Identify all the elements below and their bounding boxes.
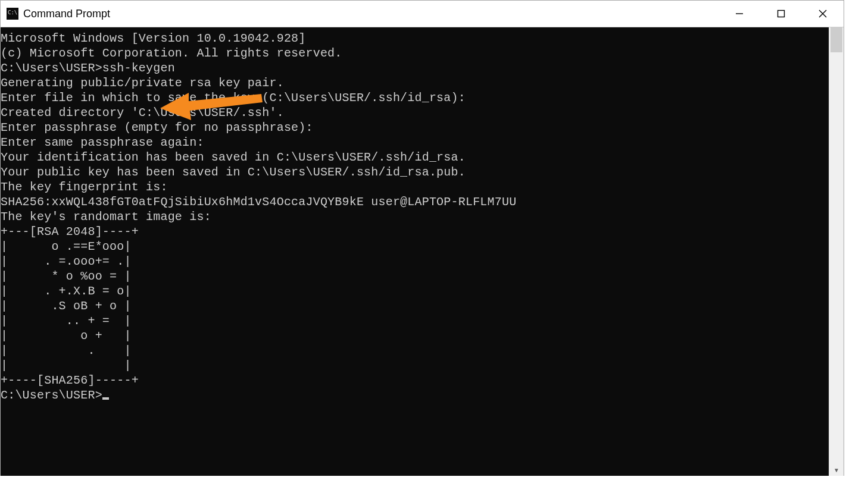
terminal-line: Generating public/private rsa key pair.: [1, 76, 829, 90]
terminal-cursor: [102, 397, 109, 400]
cmd-app-icon: [7, 8, 18, 20]
terminal-line: Your identification has been saved in C:…: [1, 150, 829, 165]
titlebar[interactable]: Command Prompt: [1, 1, 844, 27]
terminal-line: SHA256:xxWQL438fGT0atFQjSibiUx6hMd1vS4Oc…: [1, 194, 829, 209]
terminal-line: Created directory 'C:\Users\USER/.ssh'.: [1, 105, 829, 120]
terminal-line: | . |: [1, 343, 829, 358]
terminal-line: Your public key has been saved in C:\Use…: [1, 165, 829, 180]
svg-rect-1: [778, 11, 785, 17]
terminal-line: | .S oB + o |: [1, 299, 829, 313]
terminal-line: | .. + = |: [1, 313, 829, 328]
close-button[interactable]: [802, 1, 844, 27]
maximize-button[interactable]: [760, 1, 802, 27]
terminal-line: (c) Microsoft Corporation. All rights re…: [1, 46, 829, 61]
terminal-output[interactable]: Microsoft Windows [Version 10.0.19042.92…: [1, 31, 829, 403]
close-icon: [818, 9, 828, 18]
terminal-line: | o + |: [1, 328, 829, 343]
terminal-line: Enter file in which to save the key (C:\…: [1, 90, 829, 105]
terminal-line: +----[SHA256]-----+: [1, 373, 829, 388]
terminal-line: | . +.X.B = o|: [1, 284, 829, 299]
command-prompt-window: Command Prompt Microsoft Windows [Versio…: [0, 0, 844, 476]
terminal-line: | . =.ooo+= .|: [1, 254, 829, 269]
client-area: Microsoft Windows [Version 10.0.19042.92…: [1, 27, 844, 476]
terminal-line: Enter same passphrase again:: [1, 135, 829, 150]
terminal-line: C:\Users\USER>: [1, 388, 829, 403]
minimize-button[interactable]: [719, 1, 760, 27]
maximize-icon: [777, 10, 785, 18]
window-controls: [719, 1, 844, 27]
terminal-line: Enter passphrase (empty for no passphras…: [1, 120, 829, 135]
terminal-viewport[interactable]: Microsoft Windows [Version 10.0.19042.92…: [1, 27, 829, 476]
window-title: Command Prompt: [23, 8, 110, 20]
terminal-line: | * o %oo = |: [1, 269, 829, 284]
scrollbar-thumb[interactable]: [830, 27, 842, 52]
terminal-line: | o .==E*ooo|: [1, 239, 829, 254]
scroll-down-arrow-icon[interactable]: ▼: [829, 464, 844, 476]
terminal-line: The key's randomart image is:: [1, 209, 829, 224]
vertical-scrollbar[interactable]: ▲ ▼: [829, 27, 844, 476]
terminal-line: +---[RSA 2048]----+: [1, 224, 829, 239]
terminal-line: C:\Users\USER>ssh-keygen: [1, 61, 829, 76]
minimize-icon: [735, 10, 744, 18]
terminal-line: | |: [1, 358, 829, 373]
terminal-line: The key fingerprint is:: [1, 180, 829, 194]
terminal-line: Microsoft Windows [Version 10.0.19042.92…: [1, 31, 829, 46]
